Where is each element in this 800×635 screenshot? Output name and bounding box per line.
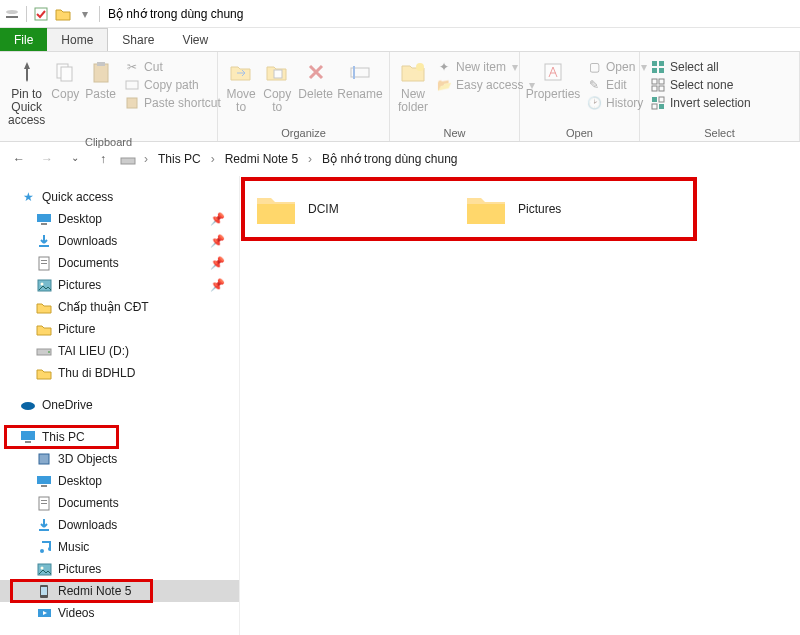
nav-onedrive[interactable]: OneDrive bbox=[0, 394, 239, 416]
invert-selection-button[interactable]: Invert selection bbox=[646, 94, 755, 112]
tab-share[interactable]: Share bbox=[108, 28, 168, 51]
qat-checkbox-icon[interactable] bbox=[33, 6, 49, 22]
forward-button[interactable]: → bbox=[38, 152, 56, 166]
copy-to-icon bbox=[263, 58, 291, 86]
titlebar: ▾ Bộ nhớ trong dùng chung bbox=[0, 0, 800, 28]
svg-rect-4 bbox=[61, 67, 72, 81]
svg-rect-46 bbox=[39, 529, 49, 531]
nav-pc-item[interactable]: Downloads bbox=[0, 514, 239, 536]
svg-point-47 bbox=[40, 549, 44, 553]
pin-to-quick-access-button[interactable]: Pin to Quick access bbox=[6, 56, 47, 130]
new-folder-icon bbox=[399, 58, 427, 86]
chevron-right-icon[interactable]: › bbox=[140, 152, 152, 166]
svg-rect-29 bbox=[39, 245, 49, 247]
tab-home[interactable]: Home bbox=[47, 28, 108, 51]
svg-rect-28 bbox=[41, 223, 47, 225]
nav-pc-item[interactable]: 3D Objects bbox=[0, 448, 239, 470]
svg-rect-15 bbox=[659, 61, 664, 66]
nav-pc-item[interactable]: Music bbox=[0, 536, 239, 558]
new-item-button[interactable]: ✦New item▾ bbox=[432, 58, 539, 76]
body: ★ Quick access Desktop📌Downloads📌Documen… bbox=[0, 176, 800, 635]
folder-item[interactable]: DCIM bbox=[254, 190, 464, 228]
cut-button[interactable]: ✂Cut bbox=[120, 58, 225, 76]
nav-pane: ★ Quick access Desktop📌Downloads📌Documen… bbox=[0, 176, 240, 635]
nav-qa-item[interactable]: TAI LIEU (D:) bbox=[0, 340, 239, 362]
nav-qa-item[interactable]: Documents📌 bbox=[0, 252, 239, 274]
tab-file[interactable]: File bbox=[0, 28, 47, 51]
group-new: New folder ✦New item▾ 📂Easy access▾ New bbox=[390, 52, 520, 141]
properties-button[interactable]: Properties bbox=[526, 56, 580, 103]
select-none-button[interactable]: Select none bbox=[646, 76, 755, 94]
separator bbox=[99, 6, 100, 22]
crumb-device[interactable]: Redmi Note 5 bbox=[223, 150, 300, 168]
highlighted-folders: DCIM Pictures bbox=[244, 180, 694, 238]
group-label-clipboard: Clipboard bbox=[0, 134, 217, 150]
chevron-right-icon[interactable]: › bbox=[207, 152, 219, 166]
content-pane[interactable]: DCIM Pictures bbox=[240, 176, 800, 635]
download-icon bbox=[36, 517, 52, 533]
new-folder-button[interactable]: New folder bbox=[396, 56, 430, 116]
copy-path-button[interactable]: Copy path bbox=[120, 76, 225, 94]
svg-rect-24 bbox=[652, 104, 657, 109]
nav-pc-item[interactable]: Videos bbox=[0, 602, 239, 624]
paste-button[interactable]: Paste bbox=[83, 56, 118, 103]
folder-item[interactable]: Pictures bbox=[464, 190, 674, 228]
svg-rect-32 bbox=[41, 263, 47, 264]
svg-rect-0 bbox=[6, 16, 18, 18]
history-button[interactable]: 🕑History bbox=[582, 94, 651, 112]
nav-qa-item[interactable]: Desktop📌 bbox=[0, 208, 239, 230]
nav-qa-item[interactable]: Thu di BDHLD bbox=[0, 362, 239, 384]
svg-rect-42 bbox=[41, 485, 47, 487]
drive-icon bbox=[120, 152, 136, 166]
paste-shortcut-button[interactable]: Paste shortcut bbox=[120, 94, 225, 112]
nav-pc-item[interactable]: Pictures bbox=[0, 558, 239, 580]
crumb-this-pc[interactable]: This PC bbox=[156, 150, 203, 168]
back-button[interactable]: ← bbox=[10, 152, 28, 166]
move-to-icon bbox=[227, 58, 255, 86]
nav-qa-item[interactable]: Chấp thuận CĐT bbox=[0, 296, 239, 318]
delete-button[interactable]: Delete bbox=[296, 56, 335, 103]
copy-to-button[interactable]: Copy to bbox=[260, 56, 294, 116]
nav-qa-item[interactable]: Pictures📌 bbox=[0, 274, 239, 296]
qat-folder-icon[interactable] bbox=[55, 6, 71, 22]
pc-icon bbox=[20, 429, 36, 445]
open-button[interactable]: ▢Open▾ bbox=[582, 58, 651, 76]
nav-qa-item[interactable]: Picture bbox=[0, 318, 239, 340]
document-icon bbox=[36, 495, 52, 511]
onedrive-group: OneDrive bbox=[0, 394, 239, 416]
svg-rect-26 bbox=[121, 158, 135, 164]
svg-rect-6 bbox=[97, 62, 105, 66]
qat-dropdown-icon[interactable]: ▾ bbox=[77, 6, 93, 22]
window-title: Bộ nhớ trong dùng chung bbox=[108, 7, 243, 21]
crumb-current[interactable]: Bộ nhớ trong dùng chung bbox=[320, 150, 459, 168]
svg-point-1 bbox=[6, 10, 18, 14]
properties-icon bbox=[539, 58, 567, 86]
nav-this-pc[interactable]: This PC bbox=[0, 426, 239, 448]
svg-rect-38 bbox=[21, 431, 35, 440]
address-bar[interactable]: › This PC › Redmi Note 5 › Bộ nhớ trong … bbox=[120, 150, 460, 168]
nav-quick-access[interactable]: ★ Quick access bbox=[0, 186, 239, 208]
video-icon bbox=[36, 605, 52, 621]
star-icon: ★ bbox=[20, 189, 36, 205]
chevron-right-icon[interactable]: › bbox=[304, 152, 316, 166]
nav-pc-item[interactable]: Desktop bbox=[0, 470, 239, 492]
edit-button[interactable]: ✎Edit bbox=[582, 76, 651, 94]
cloud-icon bbox=[20, 397, 36, 413]
move-to-button[interactable]: Move to bbox=[224, 56, 258, 116]
nav-qa-item[interactable]: Downloads📌 bbox=[0, 230, 239, 252]
easy-access-button[interactable]: 📂Easy access▾ bbox=[432, 76, 539, 94]
group-label-organize: Organize bbox=[218, 125, 389, 141]
select-all-button[interactable]: Select all bbox=[646, 58, 755, 76]
up-button[interactable]: ↑ bbox=[94, 152, 112, 166]
recent-dropdown[interactable]: ⌄ bbox=[66, 152, 84, 166]
nav-pc-item[interactable]: Documents bbox=[0, 492, 239, 514]
rename-button[interactable]: Rename bbox=[337, 56, 383, 103]
svg-rect-14 bbox=[652, 61, 657, 66]
svg-rect-39 bbox=[25, 441, 31, 443]
copy-button[interactable]: Copy bbox=[49, 56, 81, 103]
nav-pc-item[interactable]: Redmi Note 5 bbox=[0, 580, 239, 602]
svg-rect-11 bbox=[353, 66, 355, 79]
edit-icon: ✎ bbox=[586, 77, 602, 93]
tab-view[interactable]: View bbox=[168, 28, 222, 51]
drive-icon bbox=[36, 343, 52, 359]
